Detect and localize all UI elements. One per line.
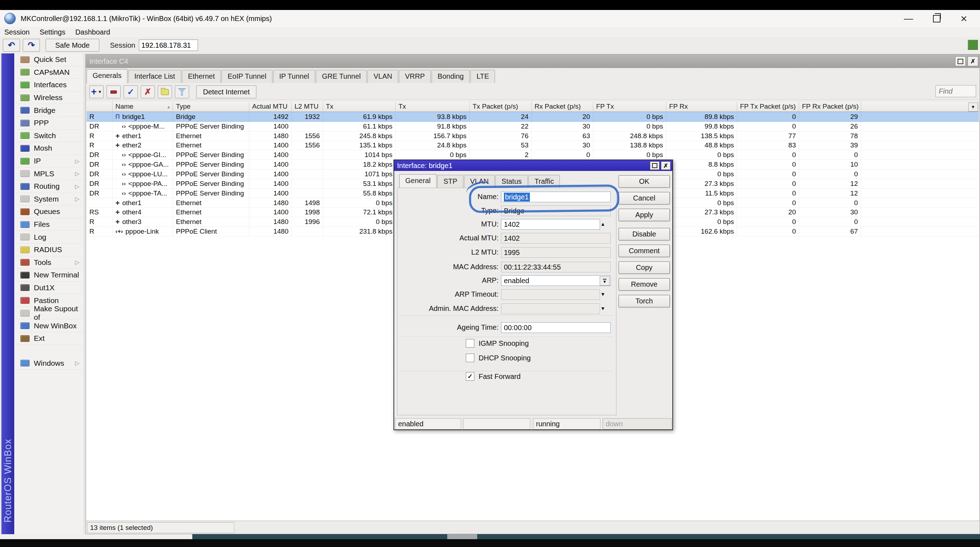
dropdown-arrow-icon[interactable]: ▼: [600, 305, 605, 311]
table-row[interactable]: R+ether1Ethernet14801556245.8 kbps156.7 …: [86, 131, 979, 141]
tab-bonding[interactable]: Bonding: [431, 70, 470, 83]
checkbox-dhcp-snooping[interactable]: DHCP Snooping: [466, 354, 531, 362]
enable-button[interactable]: ✓: [124, 86, 138, 98]
ok-button[interactable]: OK: [619, 175, 670, 188]
checkbox-icon[interactable]: [466, 354, 474, 362]
tab-generals[interactable]: Generals: [86, 69, 127, 83]
header-dropdown-icon[interactable]: ▼: [968, 103, 978, 111]
column-header-tx[interactable]: Tx: [396, 102, 470, 111]
field-input[interactable]: enabled▼: [501, 275, 611, 286]
detect-internet-button[interactable]: Detect Internet: [196, 86, 256, 98]
column-header[interactable]: [86, 102, 113, 111]
field-input[interactable]: 1402: [501, 219, 600, 230]
filter-button[interactable]: [175, 86, 189, 98]
interface-window-titlebar[interactable]: Interface C4 ✗: [86, 54, 980, 68]
restore-icon[interactable]: [933, 15, 940, 22]
table-header[interactable]: Name▲TypeActual MTUL2 MTUTxTxTx Packet (…: [86, 102, 979, 112]
combo-arrow-icon[interactable]: ▼: [600, 276, 610, 286]
comment-button[interactable]: [158, 86, 172, 98]
close-window-icon[interactable]: ✗: [967, 56, 978, 66]
sidebar-item-switch[interactable]: Switch: [14, 130, 84, 142]
cancel-button[interactable]: Cancel: [619, 192, 670, 204]
sidebar-item-quick-set[interactable]: Quick Set: [14, 53, 84, 66]
dropdown-arrow-icon[interactable]: ▼: [600, 291, 605, 297]
tab-ethernet[interactable]: Ethernet: [182, 70, 221, 83]
disable-button[interactable]: Disable: [619, 228, 670, 240]
checkbox-icon[interactable]: ✓: [466, 372, 474, 381]
torch-button[interactable]: Torch: [619, 295, 670, 307]
column-header-tx[interactable]: Tx: [323, 102, 396, 111]
remove-button[interactable]: Remove: [619, 278, 670, 291]
sidebar-item-mosh[interactable]: Mosh: [14, 142, 84, 155]
tab-eoip-tunnel[interactable]: EoIP Tunnel: [221, 70, 272, 83]
tab-vlan[interactable]: VLAN: [368, 70, 398, 83]
sidebar-item-radius[interactable]: RADIUS: [14, 243, 84, 256]
disable-button[interactable]: ✗: [141, 86, 155, 98]
sidebar-item-ip[interactable]: IP▷: [14, 155, 84, 168]
sidebar-item-files[interactable]: Files: [14, 218, 84, 231]
safe-mode-button[interactable]: Safe Mode: [46, 39, 99, 52]
column-header-tx-packet-p-s-[interactable]: Tx Packet (p/s): [470, 102, 532, 111]
tab-lte[interactable]: LTE: [471, 70, 495, 83]
column-header-actual-mtu[interactable]: Actual MTU: [249, 102, 292, 111]
sidebar-item-system[interactable]: System▷: [14, 193, 84, 206]
remove-button[interactable]: [107, 86, 121, 98]
table-row[interactable]: DR‹›<pppoe-M...PPPoE Server Binding14006…: [86, 122, 979, 131]
column-header-name[interactable]: Name▲: [113, 102, 173, 111]
sidebar-item-dut1x[interactable]: Dut1X: [14, 282, 84, 294]
column-header-fp-tx[interactable]: FP Tx: [593, 102, 666, 111]
sidebar-item-wireless[interactable]: Wireless: [14, 92, 84, 104]
checkbox-igmp-snooping[interactable]: IGMP Snooping: [466, 339, 529, 348]
column-header-fp-rx-packet-p-s-[interactable]: FP Rx Packet (p/s): [799, 102, 861, 111]
checkbox-icon[interactable]: [466, 339, 474, 348]
dialog-close-icon[interactable]: ✗: [661, 161, 671, 170]
sidebar-item-mpls[interactable]: MPLS▷: [14, 167, 84, 180]
column-header-fp-rx[interactable]: FP Rx: [666, 102, 737, 111]
sidebar-item-capsman[interactable]: CAPsMAN: [14, 66, 84, 79]
tab-vrrp[interactable]: VRRP: [399, 70, 431, 83]
dialog-tab-general[interactable]: General: [399, 174, 437, 188]
sidebar-item-ext[interactable]: Ext: [14, 332, 84, 345]
column-header[interactable]: [861, 102, 979, 111]
dialog-tab-stp[interactable]: STP: [437, 175, 463, 188]
menu-session[interactable]: Session: [0, 28, 35, 36]
menu-settings[interactable]: Settings: [35, 28, 70, 36]
minimize-icon[interactable]: —: [904, 14, 913, 23]
table-row[interactable]: RΠbridge1Bridge1492193261.9 kbps93.8 kbp…: [86, 112, 979, 122]
checkbox-fast-forward[interactable]: ✓Fast Forward: [466, 372, 520, 381]
tab-interface-list[interactable]: Interface List: [128, 70, 181, 83]
comment-button[interactable]: Comment: [619, 245, 670, 257]
table-row[interactable]: DR‹›<pppoe-GI...PPPoE Server Binding1400…: [86, 150, 979, 160]
sidebar-item-queues[interactable]: Queues: [14, 205, 84, 218]
table-row[interactable]: R+ether2Ethernet14001556135.1 kbps24.8 k…: [86, 141, 979, 151]
field-input[interactable]: 00:00:00: [501, 322, 611, 333]
scrollbar-thumb[interactable]: [447, 534, 477, 539]
dialog-maximize-icon[interactable]: [650, 161, 660, 170]
sidebar-item-make-supout-of[interactable]: Make Supout of: [14, 307, 84, 320]
column-header-rx-packet-p-s-[interactable]: Rx Packet (p/s): [532, 102, 593, 111]
close-icon[interactable]: ×: [961, 14, 967, 23]
spin-up-icon[interactable]: ▲: [600, 221, 605, 227]
apply-button[interactable]: Apply: [619, 209, 670, 221]
sidebar-item-log[interactable]: Log: [14, 231, 84, 243]
copy-button[interactable]: Copy: [619, 261, 670, 274]
tab-ip-tunnel[interactable]: IP Tunnel: [273, 70, 315, 83]
redo-button[interactable]: ↷: [23, 39, 40, 52]
sidebar-item-interfaces[interactable]: Interfaces: [14, 79, 84, 92]
sidebar-item-new-terminal[interactable]: New Terminal: [14, 269, 84, 282]
session-input[interactable]: [139, 40, 198, 51]
sidebar-item-routing[interactable]: Routing▷: [14, 180, 84, 193]
maximize-icon[interactable]: [955, 56, 966, 66]
tab-gre-tunnel[interactable]: GRE Tunnel: [316, 70, 367, 83]
undo-button[interactable]: ↶: [3, 39, 20, 52]
dialog-titlebar[interactable]: Interface: bridge1 ✗: [394, 160, 672, 171]
column-header-l2-mtu[interactable]: L2 MTU: [292, 102, 323, 111]
sidebar-item-ppp[interactable]: PPP: [14, 117, 84, 130]
sidebar-item-new-winbox[interactable]: New WinBox: [14, 320, 84, 332]
add-button[interactable]: +▼: [89, 86, 103, 98]
sidebar-item-windows[interactable]: Windows▷: [14, 357, 84, 370]
sidebar-item-bridge[interactable]: Bridge: [14, 104, 84, 117]
find-input[interactable]: [935, 85, 976, 97]
column-header-fp-tx-packet-p-s-[interactable]: FP Tx Packet (p/s): [737, 102, 799, 111]
sidebar-item-tools[interactable]: Tools▷: [14, 256, 84, 269]
